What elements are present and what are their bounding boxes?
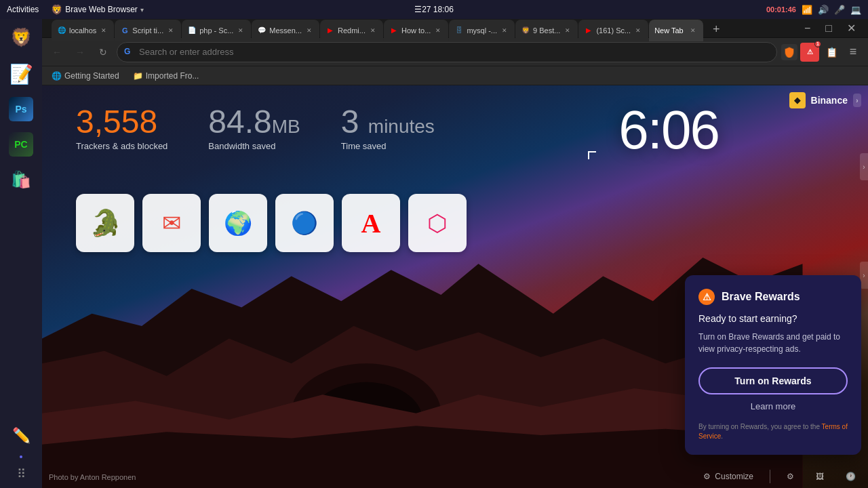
bandwidth-display: 84.8MB — [208, 106, 300, 138]
tab-redmi[interactable]: ▶ Redmi... ✕ — [320, 20, 383, 41]
address-bar[interactable]: G — [117, 42, 777, 62]
sidebar-item-pc[interactable]: PC — [5, 129, 37, 160]
binance-logo: ◆ — [789, 92, 806, 108]
tab-localhost[interactable]: 🌐 localhos ✕ — [52, 20, 114, 41]
favicon-redmi: ▶ — [326, 26, 335, 35]
activities-label[interactable]: Activities — [7, 5, 39, 14]
brave-shield-button[interactable] — [781, 44, 797, 60]
tab-google-script[interactable]: G Script ti... ✕ — [115, 20, 181, 41]
dropdown-arrow-os[interactable]: ▾ — [140, 6, 144, 14]
tab-close-localhost[interactable]: ✕ — [99, 26, 108, 35]
bookmark-label-imported: Imported Fro... — [146, 71, 199, 81]
maximize-button[interactable]: □ — [820, 20, 837, 37]
tab-messenger[interactable]: 💬 Messen... ✕ — [252, 20, 319, 41]
devtools-icon: ⬡ — [427, 209, 448, 237]
tab-close-mysql[interactable]: ✕ — [500, 26, 509, 35]
bandwidth-number: 84.8 — [208, 104, 271, 140]
sliders-icon: ⚙ — [703, 472, 711, 481]
stat-time: 3 minutes Time saved — [341, 106, 435, 151]
favicon-howto: ▶ — [389, 26, 399, 35]
os-top-bar: Activities 🦁 Brave Web Browser ▾ ☰27 18:… — [0, 0, 868, 19]
tab-161sc[interactable]: ▶ (161) Sc... ✕ — [578, 20, 648, 41]
brave-os-icon: 🦁 — [51, 4, 62, 15]
clock-display: 6:06 — [618, 99, 719, 161]
trackers-count: 3,558 — [76, 106, 167, 138]
tab-close-9best[interactable]: ✕ — [563, 26, 572, 35]
gmail-icon: ✉ — [162, 209, 181, 237]
right-handle-top[interactable]: › — [860, 153, 868, 180]
pc-icon: PC — [9, 132, 33, 157]
sidebar-item-store[interactable]: 🛍️ — [5, 164, 37, 195]
tab-9best[interactable]: 🦁 9 Best... ✕ — [515, 20, 578, 41]
close-button[interactable]: ✕ — [842, 19, 861, 37]
tab-label-9best: 9 Best... — [533, 26, 560, 35]
binance-widget[interactable]: ◆ Binance › — [789, 92, 861, 108]
wallpaper-button[interactable]: 🖼 — [810, 469, 829, 484]
quick-link-adobe[interactable]: A — [342, 194, 400, 252]
photo-credit: Photo by Anton Repponen — [49, 473, 136, 481]
tab-close-161sc[interactable]: ✕ — [633, 26, 643, 35]
tab-mysql[interactable]: 🗄 mysql -... ✕ — [449, 20, 515, 41]
tab-php[interactable]: 📄 php - Sc... ✕ — [182, 20, 251, 41]
os-bar-left: Activities 🦁 Brave Web Browser ▾ — [7, 4, 144, 15]
tab-label-howto: How to... — [401, 26, 431, 35]
ps-icon: Ps — [9, 97, 33, 121]
bookmark-imported[interactable]: 📁 Imported Fro... — [129, 70, 203, 82]
reload-button[interactable]: ↻ — [94, 43, 113, 62]
os-network-icon: 📶 — [802, 5, 812, 15]
sidebar-item-ps[interactable]: Ps — [5, 94, 37, 125]
bookmark-getting-started[interactable]: 🌐 Getting Started — [47, 70, 123, 82]
customize-button[interactable]: ⚙ Customize — [698, 469, 759, 484]
turn-on-rewards-button[interactable]: Turn on Rewards — [698, 367, 848, 394]
os-bar-right: 00:01:46 📶 🔊 🎤 💻 — [766, 5, 861, 15]
quick-link-gmail[interactable]: ✉ — [142, 194, 201, 252]
tab-close-messenger[interactable]: ✕ — [304, 26, 314, 35]
tab-close-redmi[interactable]: ✕ — [368, 26, 378, 35]
quick-link-devtools[interactable]: ⬡ — [408, 194, 467, 252]
rewards-bat-button[interactable]: ⚠ 1 — [800, 43, 819, 62]
forward-button[interactable]: → — [71, 43, 90, 62]
customize-label: Customize — [715, 472, 753, 481]
browser-chrome: 🌐 localhos ✕ G Script ti... ✕ 📄 php - Sc… — [42, 19, 868, 488]
favicon-php: 📄 — [187, 26, 197, 35]
quick-link-app4[interactable]: 🔵 — [275, 194, 334, 252]
adobe-icon: A — [361, 207, 381, 239]
history-icon: 🕐 — [846, 472, 856, 481]
nav-menu-button[interactable]: ≡ — [844, 43, 863, 62]
rewards-popup-subtitle: Ready to start earning? — [698, 313, 848, 324]
sidebar-toggle-button[interactable]: 📋 — [822, 43, 841, 62]
notif-badge: 1 — [814, 41, 821, 47]
minimize-button[interactable]: − — [799, 20, 816, 37]
navigation-bar: ← → ↻ G ⚠ 1 📋 ≡ — [42, 38, 868, 66]
wallpaper-icon: 🖼 — [816, 472, 824, 481]
binance-expand-icon[interactable]: › — [853, 94, 861, 107]
quick-link-duckduckgo[interactable]: 🌍 — [209, 194, 267, 252]
tab-newtab[interactable]: New Tab ✕ — [649, 20, 703, 41]
window-titlebar: 🌐 localhos ✕ G Script ti... ✕ 📄 php - Sc… — [42, 19, 868, 38]
tab-close-newtab[interactable]: ✕ — [688, 26, 698, 35]
tab-close-google-script[interactable]: ✕ — [166, 26, 176, 35]
tos-end: . — [721, 432, 723, 440]
settings-button[interactable]: ⚙ — [781, 469, 800, 484]
tab-howto[interactable]: ▶ How to... ✕ — [384, 20, 448, 41]
nav-right-controls: ⚠ 1 📋 ≡ — [781, 43, 863, 62]
duckduckgo-icon: 🌍 — [224, 209, 252, 237]
os-bar-center: ☰27 18:06 — [414, 5, 454, 14]
bottom-divider-1 — [770, 470, 770, 483]
tab-close-php[interactable]: ✕ — [236, 26, 245, 35]
history-button[interactable]: 🕐 — [840, 469, 861, 484]
sidebar-active-indicator — [20, 455, 22, 458]
quick-link-gimp[interactable]: 🐊 — [76, 194, 134, 252]
bookmark-favicon-getting-started: 🌐 — [52, 71, 62, 81]
sidebar-item-word[interactable]: 📝 — [5, 58, 37, 89]
sidebar-apps-grid[interactable]: ⠿ — [17, 466, 26, 481]
bat-icon: ⚠ — [807, 48, 813, 56]
new-tab-button[interactable]: + — [707, 20, 726, 39]
learn-more-button[interactable]: Learn more — [698, 401, 848, 411]
back-button[interactable]: ← — [47, 43, 66, 62]
sidebar-brave-logo[interactable]: 🦁 — [5, 22, 37, 53]
sidebar-item-text-editor[interactable]: ✏️ — [5, 420, 37, 451]
tab-close-howto[interactable]: ✕ — [433, 26, 443, 35]
address-input[interactable] — [139, 47, 770, 57]
sidebar: 🦁 📝 Ps PC 🛍️ ✏️ ⠿ — [0, 19, 42, 488]
